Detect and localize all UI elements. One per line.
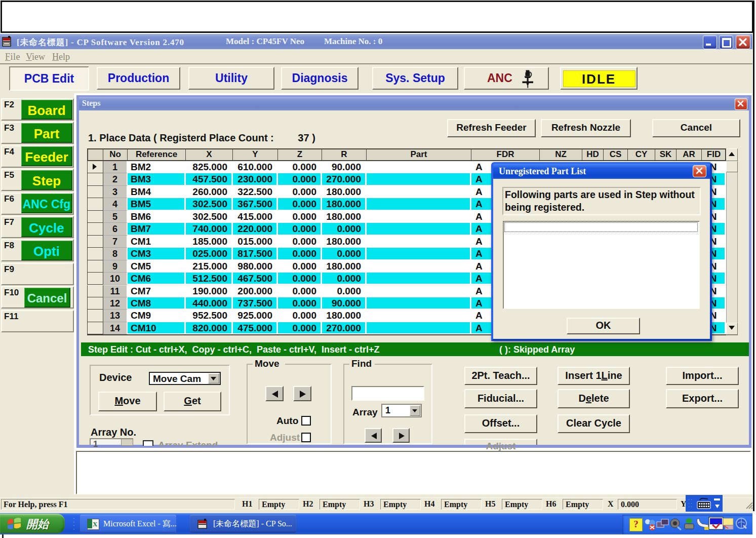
svg-text:X: X <box>93 520 98 528</box>
